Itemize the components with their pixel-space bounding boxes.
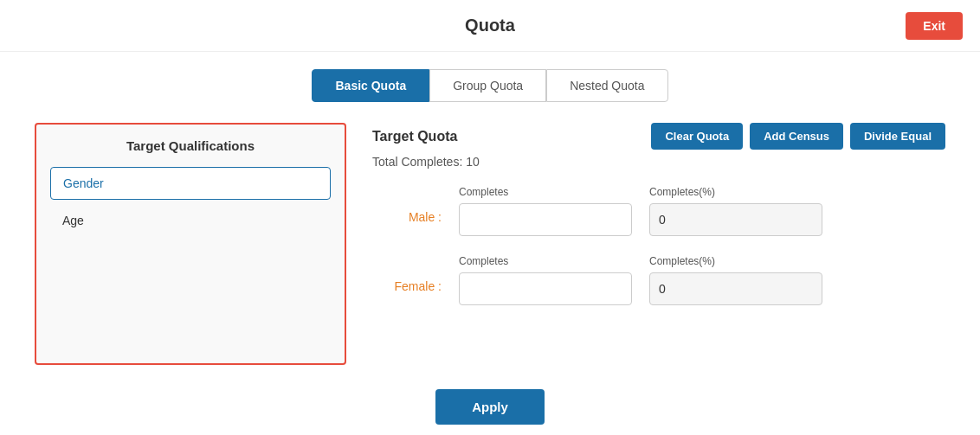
completes-pct-label-female: Completes(%) bbox=[649, 255, 822, 267]
page-title: Quota bbox=[465, 16, 515, 35]
target-quota-title: Target Quota bbox=[372, 129, 457, 144]
completes-pct-input-female[interactable] bbox=[649, 272, 822, 305]
divide-equal-button[interactable]: Divide Equal bbox=[850, 123, 945, 150]
qualifier-age[interactable]: Age bbox=[50, 207, 331, 234]
completes-label-female: Completes bbox=[459, 255, 632, 267]
completes-pct-input-male[interactable] bbox=[649, 203, 822, 236]
tab-group-quota[interactable]: Group Quota bbox=[429, 69, 546, 102]
left-panel: Target Qualifications Gender Age bbox=[35, 123, 346, 365]
footer: Apply bbox=[0, 365, 980, 435]
tabs-row: Basic Quota Group Quota Nested Quota bbox=[0, 52, 980, 116]
right-panel-header: Target Quota Clear Quota Add Census Divi… bbox=[372, 123, 945, 150]
tab-basic-quota[interactable]: Basic Quota bbox=[312, 69, 429, 102]
tab-nested-quota[interactable]: Nested Quota bbox=[546, 69, 667, 102]
completes-pct-label-male: Completes(%) bbox=[649, 186, 822, 198]
completes-label-male: Completes bbox=[459, 186, 632, 198]
completes-input-male[interactable] bbox=[459, 203, 632, 236]
quota-label-male: Male : bbox=[372, 186, 442, 224]
completes-input-female[interactable] bbox=[459, 272, 632, 305]
quota-page: Quota Exit Basic Quota Group Quota Neste… bbox=[0, 0, 980, 435]
quota-completes-female: Completes bbox=[459, 255, 632, 305]
exit-button[interactable]: Exit bbox=[906, 12, 963, 40]
left-panel-title: Target Qualifications bbox=[50, 138, 331, 153]
quota-label-female: Female : bbox=[372, 255, 442, 293]
apply-button[interactable]: Apply bbox=[435, 389, 545, 425]
quota-completes-pct-female: Completes(%) bbox=[649, 255, 822, 305]
quota-completes-male: Completes bbox=[459, 186, 632, 236]
quota-fields-male: Completes Completes(%) bbox=[459, 186, 822, 236]
quota-row-male: Male : Completes Completes(%) bbox=[372, 186, 945, 236]
quota-fields-female: Completes Completes(%) bbox=[459, 255, 822, 305]
quota-row-female: Female : Completes Completes(%) bbox=[372, 255, 945, 305]
right-panel: Target Quota Clear Quota Add Census Divi… bbox=[372, 123, 945, 365]
clear-quota-button[interactable]: Clear Quota bbox=[651, 123, 743, 150]
action-buttons: Clear Quota Add Census Divide Equal bbox=[651, 123, 945, 150]
total-completes: Total Completes: 10 bbox=[372, 155, 945, 169]
quota-completes-pct-male: Completes(%) bbox=[649, 186, 822, 236]
add-census-button[interactable]: Add Census bbox=[750, 123, 843, 150]
header: Quota Exit bbox=[0, 0, 980, 52]
main-content: Target Qualifications Gender Age Target … bbox=[0, 123, 980, 365]
qualifier-gender[interactable]: Gender bbox=[50, 167, 331, 200]
